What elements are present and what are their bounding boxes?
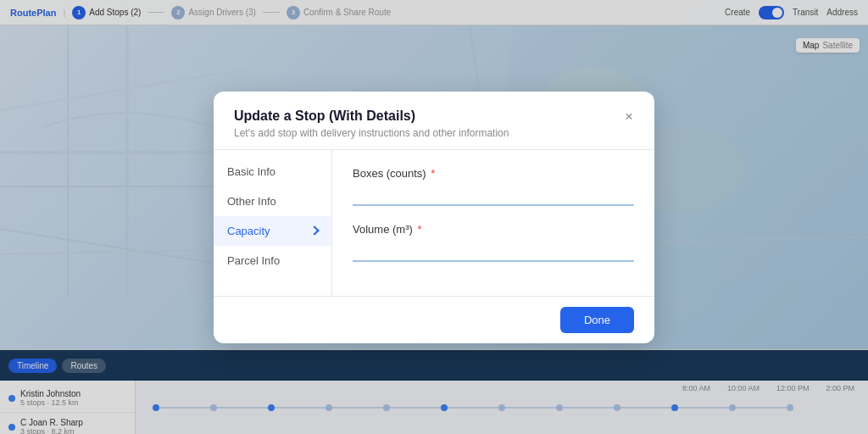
volume-label: Volume (m³) * [353, 223, 634, 236]
capacity-chevron-icon [309, 225, 319, 235]
boxes-field: Boxes (counts) * [353, 167, 634, 206]
modal-subtitle: Let's add stop with delivery instruction… [234, 127, 634, 139]
boxes-input[interactable] [353, 185, 634, 206]
modal-close-button[interactable]: × [619, 107, 639, 127]
sidebar-item-capacity[interactable]: Capacity [214, 216, 331, 246]
modal-overlay: Update a Stop (With Details) Let's add s… [0, 0, 868, 434]
sidebar-item-other-info[interactable]: Other Info [214, 186, 331, 216]
modal-header: Update a Stop (With Details) Let's add s… [214, 92, 654, 150]
parcel-info-label: Parcel Info [227, 254, 280, 267]
capacity-label: Capacity [227, 225, 270, 237]
modal-footer: Done [214, 296, 654, 343]
modal-title: Update a Stop (With Details) [234, 108, 634, 124]
modal-form-content: Boxes (counts) * Volume (m³) * [332, 150, 654, 296]
basic-info-label: Basic Info [227, 165, 275, 178]
other-info-label: Other Info [227, 195, 276, 208]
volume-field: Volume (m³) * [353, 223, 634, 262]
modal-sidebar: Basic Info Other Info Capacity Parcel In… [214, 150, 332, 296]
sidebar-item-parcel-info[interactable]: Parcel Info [214, 246, 331, 275]
update-stop-modal: Update a Stop (With Details) Let's add s… [214, 92, 654, 343]
sidebar-item-basic-info[interactable]: Basic Info [214, 157, 331, 186]
modal-body: Basic Info Other Info Capacity Parcel In… [214, 150, 654, 296]
volume-input[interactable] [353, 241, 634, 262]
done-button[interactable]: Done [560, 307, 634, 333]
boxes-label: Boxes (counts) * [353, 167, 634, 180]
